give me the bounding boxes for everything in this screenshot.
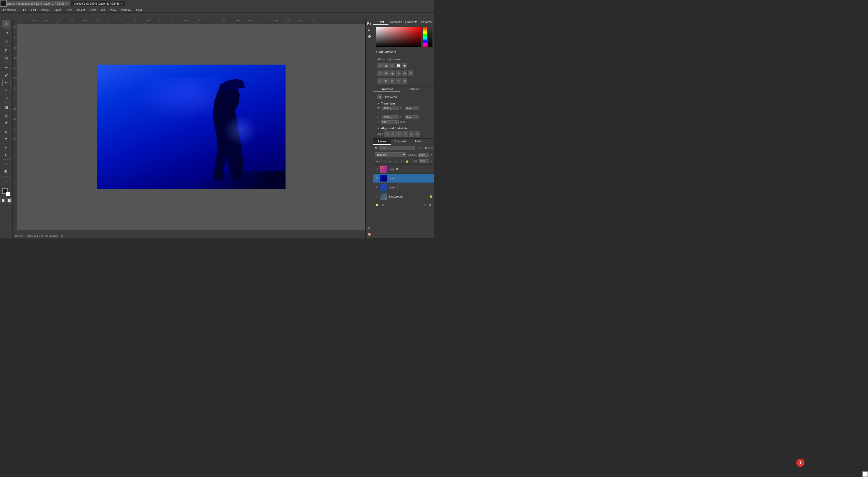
lock-artboards[interactable]: ✛ [394,159,398,163]
color-hue-slider[interactable] [423,27,427,47]
screen-mode-full[interactable]: ⬜ [7,198,12,203]
align-bottom[interactable]: ⊥ [415,131,420,137]
lock-transparent[interactable]: ⬚ [382,159,387,163]
align-center-v[interactable]: ⊥ [409,131,414,137]
properties-options[interactable]: ⋯ [427,87,434,92]
tool-move[interactable]: ✛ [2,20,10,28]
angle-input[interactable] [382,121,395,124]
tool-lasso[interactable]: ◌ [2,37,10,44]
tab-close-1[interactable]: ✕ [65,2,67,5]
menu-help[interactable]: Help [135,8,143,12]
tab-properties[interactable]: Properties [373,87,400,92]
fill-input[interactable] [419,159,429,163]
filter-type[interactable]: T [422,146,424,150]
layer-item-background[interactable]: 👁 Background 🔒 [373,192,434,201]
tool-crop[interactable]: ⊓ [2,47,10,54]
adj-invert[interactable]: ◌ [377,78,383,84]
delete-layer-btn[interactable]: 🗑 [428,202,432,207]
transform-title[interactable]: ▼ Transform [375,101,432,106]
tool-frame[interactable]: ⊠ [2,55,10,62]
y-input[interactable] [405,116,419,119]
adj-channelmixer[interactable]: ⊞ [402,70,407,76]
tool-eyedropper[interactable]: ✏ [2,64,10,71]
layers-search-input[interactable] [379,146,415,150]
canvas-area[interactable] [17,24,365,230]
adj-collorlookup[interactable]: ⊟ [408,70,413,76]
right-toolbar-ps-icon[interactable]: Ps [366,20,372,26]
tab-layers[interactable]: Layers [373,138,391,145]
layer-item-3[interactable]: 👁 Layer 3 [373,164,434,174]
tool-eraser[interactable]: ◻ [2,94,10,101]
adj-threshold[interactable]: ⊓ [390,78,395,84]
filter-adjustment[interactable]: ✏ [419,146,421,150]
layer-1-visibility[interactable]: 👁 [375,176,379,180]
tab-swatches[interactable]: Swatches [389,19,404,25]
h-input[interactable] [382,116,399,119]
tab-libraries[interactable]: Libraries [400,87,428,92]
menu-view[interactable]: View [109,8,117,12]
tool-marquee[interactable]: ⬚ [2,30,10,37]
adj-posterize[interactable]: ⊓ [383,78,389,84]
align-left[interactable]: ⊣ [384,131,390,137]
layer-item-2[interactable]: 👁 Layer 2 [373,183,434,192]
layer-mask-btn[interactable]: ⬚ [386,202,391,207]
adj-curves[interactable]: ∿ [390,63,395,68]
align-right[interactable]: ⊢ [396,131,402,137]
tab-untitled[interactable]: Untitled-1 @ 200% (Layer 6, RGB/8) ✕ [71,1,125,6]
menu-file[interactable]: File [21,8,27,12]
adj-colorbalance[interactable]: ⊞ [383,70,389,76]
background-color[interactable] [6,192,10,196]
tool-path-select[interactable]: ↙ [2,144,10,151]
menu-image[interactable]: Image [40,8,50,12]
tool-blur[interactable]: △ [2,112,10,119]
right-toolbar-palette[interactable]: 🎨 [366,231,372,237]
menu-window[interactable]: Window [120,8,132,12]
status-arrow[interactable]: ▶ [62,234,64,237]
align-title[interactable]: ▼ Align and Distribute [375,126,432,131]
tab-color[interactable]: Color [373,19,389,25]
bg-visibility[interactable]: 👁 [375,194,379,198]
adj-hsl[interactable]: ⬡ [377,70,383,76]
lock-paint[interactable]: ✏ [388,159,393,163]
menu-edit[interactable]: Edit [30,8,37,12]
right-toolbar-type[interactable]: A [366,225,372,231]
adj-exposure[interactable]: ⬜ [396,63,401,68]
tab-channels[interactable]: Channels [391,138,409,145]
new-layer-btn[interactable]: + [422,202,427,207]
layers-options[interactable]: ⋯ [427,138,434,145]
layer-3-visibility[interactable]: 👁 [375,167,379,171]
tab-blending-modes[interactable]: blending modes.psd @ 66.7% (Layer 1, RGB… [2,1,70,6]
color-alpha-slider[interactable] [428,27,432,47]
filter-toggle[interactable]: ⊡ [431,146,433,150]
tab-patterns[interactable]: Patterns [419,19,434,25]
adj-brightness[interactable]: ☀ [377,63,383,68]
opacity-input[interactable] [418,153,429,157]
tab-paths[interactable]: Paths [409,138,427,145]
flip-v-icon[interactable]: ⇅ [403,121,405,124]
menu-layer[interactable]: Layer [53,8,62,12]
screen-mode-normal[interactable]: ⬜ [1,198,6,203]
tool-shape[interactable]: ⊙ [2,151,10,158]
w-input[interactable] [382,106,399,110]
tool-healing[interactable]: 🖌 [2,71,10,78]
right-toolbar-chat[interactable]: 💬 [366,34,372,40]
filter-shape[interactable]: ⬟ [425,146,427,150]
adj-vibrance[interactable]: ⬟ [402,63,407,68]
tool-zoom[interactable]: 🔍 [2,168,10,176]
filter-smart[interactable]: ⊙ [428,146,430,150]
lock-all[interactable]: 🔒 [405,159,409,163]
tool-clone[interactable]: ⌖ [2,87,10,94]
adj-bw[interactable]: ◑ [390,70,395,76]
menu-3d[interactable]: 3D [100,8,106,12]
new-group-btn[interactable]: 📁 [375,202,379,207]
x-input[interactable] [405,106,419,110]
tab-close-2[interactable]: ✕ [121,2,123,5]
tool-brush[interactable]: ✒ [2,79,10,86]
layer-item-1[interactable]: 👁 Layer 1 [373,174,434,183]
menu-select[interactable]: Select [76,8,86,12]
adjustments-options[interactable]: ⋯ [429,51,432,54]
align-center-h[interactable]: ⊢ [390,131,396,137]
color-gradient-picker[interactable] [376,27,421,47]
tool-text[interactable]: T [2,136,10,143]
adjustments-header[interactable]: ▼ Adjustments ⋯ [373,49,434,55]
